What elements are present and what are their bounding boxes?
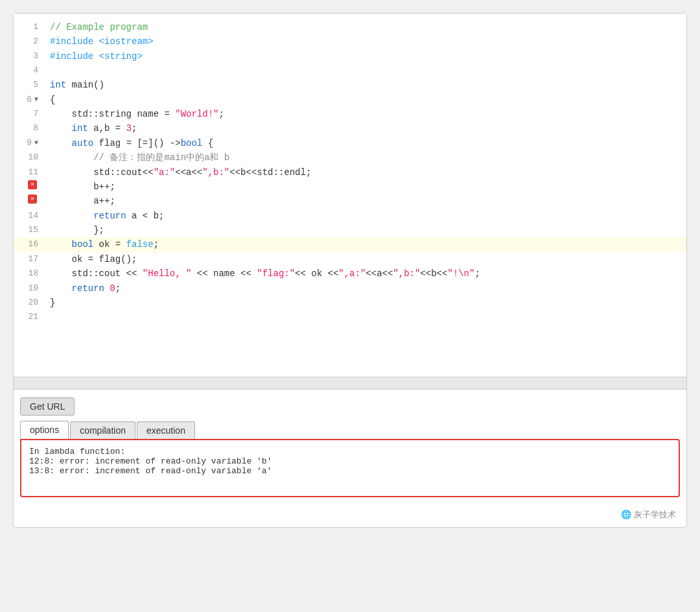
line-number-16: 16 [14, 237, 46, 252]
line-number-5: 5 [14, 78, 46, 92]
fold-arrow-6[interactable]: ▼ [34, 95, 38, 105]
code-line-4: 4 [14, 64, 686, 78]
code-line-10: 10 // 备注：指的是main中的a和 b [14, 150, 686, 165]
line-number-8: 8 [14, 121, 46, 135]
code-content-15: }; [46, 223, 686, 237]
code-line-19: 19 return 0; [14, 281, 686, 296]
code-line-9: 9▼ auto flag = [=]() ->bool { [14, 136, 686, 150]
output-area: In lambda function:12:8: error: incremen… [20, 439, 680, 497]
code-line-13: ✕ a++; [14, 194, 686, 208]
code-line-17: 17 ok = flag(); [14, 252, 686, 266]
line-number-3: 3 [14, 49, 46, 64]
output-line: 12:8: error: increment of read-only vari… [29, 456, 671, 466]
line-num-text: 4 [33, 64, 38, 78]
line-number-15: 15 [14, 223, 46, 237]
line-num-text: 11 [28, 166, 38, 180]
code-content-11: std::cout<<"a:"<<a<<",b:"<<b<<std::endl; [46, 165, 686, 180]
line-number-20: 20 [14, 296, 46, 310]
line-number-6: 6▼ [14, 93, 46, 107]
line-number-18: 18 [14, 266, 46, 281]
code-line-12: ✕ b++; [14, 180, 686, 194]
code-line-15: 15 }; [14, 223, 686, 237]
code-editor: 1// Example program2#include <iostream>3… [14, 14, 686, 377]
code-content-17: ok = flag(); [46, 252, 686, 266]
line-num-text: 14 [28, 209, 38, 223]
output-line: In lambda function: [29, 447, 671, 456]
button-area: Get URL [14, 390, 686, 416]
line-num-text: 9 [27, 137, 32, 150]
fold-arrow-9[interactable]: ▼ [34, 138, 38, 148]
line-num-text: 18 [28, 267, 38, 281]
separator [14, 377, 686, 390]
error-badge-13: ✕ [28, 194, 37, 204]
line-number-12: ✕ [14, 180, 46, 189]
code-line-2: 2#include <iostream> [14, 34, 686, 49]
code-content-13: a++; [46, 194, 686, 208]
tab-options[interactable]: options [20, 421, 69, 439]
code-content-8: int a,b = 3; [46, 121, 686, 135]
watermark: 🌐 灰子学技术 [14, 504, 686, 527]
code-line-1: 1// Example program [14, 20, 686, 34]
line-num-text: 17 [28, 253, 38, 266]
line-number-4: 4 [14, 64, 46, 78]
code-content-10: // 备注：指的是main中的a和 b [46, 150, 686, 165]
tab-execution[interactable]: execution [137, 421, 195, 439]
line-number-14: 14 [14, 209, 46, 223]
line-number-2: 2 [14, 34, 46, 49]
line-number-13: ✕ [14, 194, 46, 204]
get-url-button[interactable]: Get URL [20, 397, 75, 416]
code-line-21: 21 [14, 310, 686, 324]
watermark-icon: 🌐 [621, 510, 631, 519]
code-line-7: 7 std::string name = "World!"; [14, 107, 686, 121]
code-line-11: 11 std::cout<<"a:"<<a<<",b:"<<b<<std::en… [14, 165, 686, 180]
code-content-12: b++; [46, 180, 686, 194]
line-num-text: 20 [28, 296, 38, 310]
line-number-1: 1 [14, 20, 46, 34]
main-container: 1// Example program2#include <iostream>3… [13, 13, 687, 528]
code-content-20: } [46, 296, 686, 310]
code-content-3: #include <string> [46, 49, 686, 64]
code-line-18: 18 std::cout << "Hello, " << name << "fl… [14, 266, 686, 281]
line-num-text: 16 [28, 238, 38, 252]
line-number-9: 9▼ [14, 136, 46, 150]
code-line-6: 6▼{ [14, 93, 686, 107]
line-num-text: 8 [33, 122, 38, 135]
code-line-20: 20} [14, 296, 686, 310]
line-num-text: 5 [33, 78, 38, 92]
code-content-5: int main() [46, 78, 686, 92]
line-number-11: 11 [14, 165, 46, 180]
code-content-16: bool ok = false; [46, 237, 686, 252]
line-num-text: 2 [33, 35, 38, 49]
line-number-17: 17 [14, 252, 46, 266]
line-number-10: 10 [14, 150, 46, 165]
line-num-text: 3 [33, 50, 38, 64]
code-line-16: 16 bool ok = false; [14, 237, 686, 252]
code-content-7: std::string name = "World!"; [46, 107, 686, 121]
line-num-text: 6 [27, 93, 32, 107]
tabs-container: optionscompilationexecution [14, 416, 686, 439]
output-line: 13:8: error: increment of read-only vari… [29, 466, 671, 476]
line-num-text: 1 [33, 21, 38, 34]
watermark-text: 灰子学技术 [634, 510, 676, 519]
line-num-text: 19 [28, 282, 38, 296]
line-num-text: 7 [33, 108, 38, 121]
code-line-8: 8 int a,b = 3; [14, 121, 686, 135]
code-line-14: 14 return a < b; [14, 209, 686, 223]
code-content-14: return a < b; [46, 209, 686, 223]
code-content-9: auto flag = [=]() ->bool { [46, 136, 686, 150]
code-content-18: std::cout << "Hello, " << name << "flag:… [46, 266, 686, 281]
line-num-text: 21 [28, 311, 38, 324]
tab-compilation[interactable]: compilation [70, 421, 135, 439]
line-number-7: 7 [14, 107, 46, 121]
line-number-19: 19 [14, 281, 46, 296]
code-content-1: // Example program [46, 20, 686, 34]
code-content-2: #include <iostream> [46, 34, 686, 49]
code-content-19: return 0; [46, 281, 686, 296]
code-line-3: 3#include <string> [14, 49, 686, 64]
code-content-6: { [46, 93, 686, 107]
error-badge-12: ✕ [28, 180, 37, 189]
line-number-21: 21 [14, 310, 46, 324]
line-num-text: 10 [28, 151, 38, 165]
line-num-text: 15 [28, 224, 38, 237]
code-line-5: 5int main() [14, 78, 686, 92]
